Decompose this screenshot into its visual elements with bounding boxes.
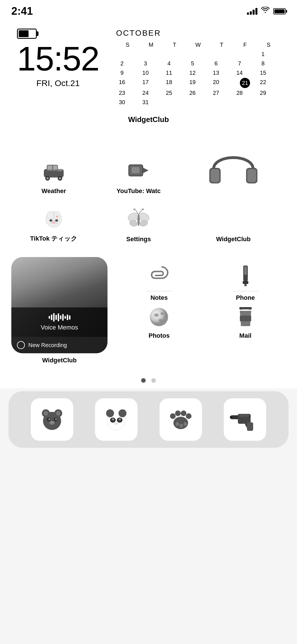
svg-rect-84: [249, 415, 251, 418]
cal-day-19: 19: [187, 78, 199, 88]
settings-icon: [126, 207, 151, 233]
cal-day-12: 12: [187, 69, 199, 77]
svg-point-21: [54, 211, 61, 219]
cal-day-9: 9: [116, 69, 128, 77]
mail-label: Mail: [239, 332, 251, 339]
cal-day-4: 4: [163, 59, 175, 68]
cal-day-1: 1: [257, 50, 269, 59]
cal-day: [163, 50, 175, 59]
phone-label: Phone: [236, 294, 255, 301]
app-row-2: TikTok ティック: [11, 203, 286, 246]
top-widget-area: 15:52 FRI, Oct.21 OCTOBER S M T W T F S …: [0, 20, 297, 112]
voice-memos-widget[interactable]: Voice Memos New Recording: [11, 257, 107, 353]
app-item-headphones[interactable]: [198, 138, 269, 195]
voice-memos-new-recording[interactable]: New Recording: [11, 337, 107, 353]
app-grid-section: Weather YouTube: Watc: [0, 130, 297, 251]
calendar-grid: S M T W T F S 1 2 3 4 5 6 7 8 9 10: [116, 40, 280, 107]
app-item-phone[interactable]: Phone: [205, 263, 286, 301]
svg-point-56: [47, 418, 51, 422]
battery-status-icon: [273, 8, 286, 14]
dock-item-bear[interactable]: [31, 398, 73, 441]
dock-item-gun[interactable]: [224, 398, 266, 441]
clock-date: FRI, Oct.21: [17, 78, 99, 88]
cal-header-s2: S: [257, 40, 280, 49]
svg-point-55: [56, 411, 61, 416]
app-item-weather[interactable]: Weather: [28, 159, 79, 195]
svg-point-20: [47, 211, 54, 219]
cal-day-24: 24: [139, 89, 151, 97]
app-item-youtube[interactable]: YouTube: Watc: [113, 159, 164, 195]
bottom-widgets: Voice Memos New Recording WidgetClub Not…: [0, 251, 297, 370]
cal-day: [163, 98, 175, 107]
weather-label: Weather: [42, 187, 66, 195]
cal-day-8: 8: [257, 59, 269, 68]
svg-rect-7: [53, 166, 57, 170]
record-button[interactable]: [17, 341, 25, 349]
svg-point-71: [114, 422, 119, 425]
cal-day-15: 15: [257, 69, 269, 77]
app-item-tiktok[interactable]: TikTok ティック: [28, 206, 79, 243]
voice-memos-col: Voice Memos New Recording WidgetClub: [11, 257, 107, 364]
app-item-notes[interactable]: Notes: [119, 263, 199, 301]
svg-point-58: [49, 419, 50, 420]
svg-point-64: [119, 409, 126, 417]
app-item-mail[interactable]: Mail: [205, 304, 286, 339]
svg-marker-10: [143, 168, 148, 173]
svg-point-46: [160, 312, 164, 315]
dock: [8, 391, 289, 448]
widgetclub2-label: WidgetClub: [216, 236, 251, 243]
tiktok-icon: [41, 206, 66, 232]
cal-header-t2: T: [210, 40, 233, 49]
settings-label: Settings: [126, 236, 151, 243]
phone-divider: [233, 291, 258, 291]
page-dot-2: [151, 378, 156, 383]
svg-point-4: [46, 177, 49, 179]
app-item-photos[interactable]: Photos: [119, 304, 199, 339]
photos-icon: [147, 304, 172, 330]
svg-point-59: [55, 419, 57, 420]
cal-day-25: 25: [163, 89, 175, 97]
svg-rect-6: [48, 166, 52, 170]
svg-rect-17: [210, 169, 220, 183]
svg-point-31: [56, 216, 58, 217]
cal-day-11: 11: [163, 69, 175, 77]
cal-day-27: 27: [210, 89, 222, 97]
cal-day: [210, 98, 222, 107]
phone-icon: [233, 263, 258, 288]
dock-item-panda[interactable]: [95, 398, 137, 441]
widgetclub-label-1: WidgetClub: [0, 112, 297, 130]
svg-point-5: [59, 177, 61, 179]
svg-point-70: [119, 419, 120, 420]
cal-day-17: 17: [139, 78, 151, 88]
calendar-month: OCTOBER: [116, 29, 280, 38]
cal-day-3: 3: [139, 59, 151, 68]
cal-day-2: 2: [116, 59, 128, 68]
voice-memos-title: Voice Memos: [41, 324, 78, 331]
mail-icon: [233, 304, 258, 330]
cal-header-m: M: [139, 40, 162, 49]
svg-rect-85: [230, 416, 232, 419]
cal-day: [187, 98, 199, 107]
svg-rect-18: [247, 169, 257, 183]
svg-point-69: [113, 419, 114, 420]
svg-point-73: [170, 413, 176, 419]
waveform-icon: [49, 313, 70, 322]
cal-day-5: 5: [187, 59, 199, 68]
svg-rect-83: [239, 414, 249, 417]
calendar-widget: OCTOBER S M T W T F S 1 2 3 4 5 6 7 8: [116, 29, 280, 107]
svg-point-63: [106, 409, 114, 417]
cal-day-18: 18: [163, 78, 175, 88]
cal-day-10: 10: [139, 69, 151, 77]
app-item-settings[interactable]: Settings: [113, 207, 164, 243]
app-item-widgetclub2[interactable]: WidgetClub: [198, 236, 269, 243]
voice-memos-top: Voice Memos: [11, 307, 107, 337]
notes-divider: [147, 291, 172, 291]
dock-item-paws[interactable]: [160, 398, 202, 441]
status-bar: 2:41: [0, 0, 297, 20]
cal-day-21-today: 21: [240, 78, 250, 88]
notes-icon: [147, 263, 172, 288]
weather-icon: [41, 159, 66, 185]
cal-day-30: 30: [116, 98, 128, 107]
cal-day-14: 14: [234, 69, 246, 77]
svg-rect-50: [240, 316, 251, 321]
